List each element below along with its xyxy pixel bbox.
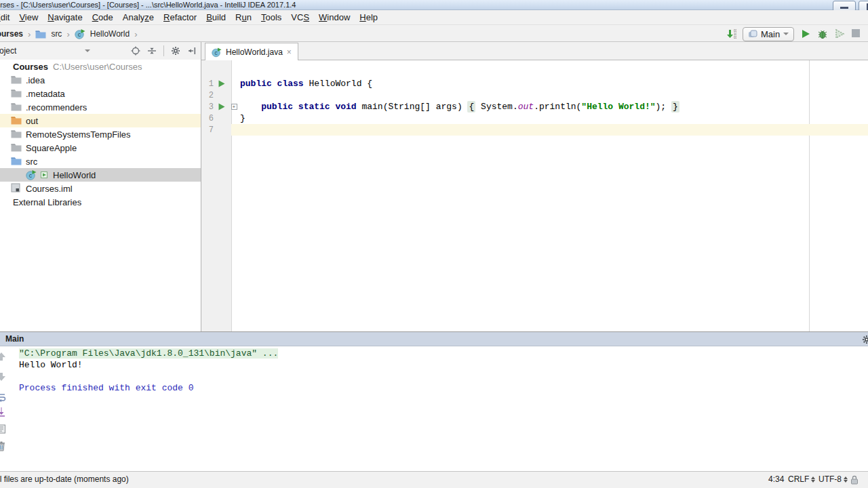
run-console: "C:\Program Files\Java\jdk1.8.0_131\bin\… [0, 346, 868, 471]
code-line-1[interactable]: 1public class HelloWorld { [201, 78, 868, 89]
tree-item-label: Courses.iml [26, 184, 73, 194]
title-bar: Courses - [C:\Users\user\Courses] - [Cou… [0, 0, 868, 10]
run-tool-window-header[interactable]: Main [0, 331, 868, 346]
menu-code[interactable]: Code [87, 10, 118, 25]
folder-gray-icon [11, 75, 22, 85]
caret-position-widget[interactable]: 4:34 [768, 472, 784, 487]
svg-text:c: c [214, 49, 217, 56]
run-gutter-icon[interactable] [214, 80, 229, 87]
console-output[interactable]: "C:\Program Files\Java\jdk1.8.0_131\bin\… [19, 348, 868, 394]
tree-item-out[interactable]: out [0, 114, 201, 127]
menu-help[interactable]: Help [355, 10, 382, 25]
clear-console-icon[interactable] [0, 441, 7, 451]
tree-item-label: SquareApple [26, 143, 77, 153]
gear-icon[interactable] [862, 335, 868, 344]
folder-gray-icon [11, 142, 22, 153]
project-header-title[interactable]: Project [0, 42, 16, 60]
folder-blue-icon [35, 28, 46, 39]
menu-analyze[interactable]: Analyze [118, 10, 159, 25]
chevron-down-icon[interactable] [85, 49, 90, 52]
menu-refactor[interactable]: Refactor [159, 10, 201, 25]
menu-build[interactable]: Build [201, 10, 231, 25]
coverage-button[interactable] [834, 28, 845, 39]
code-text[interactable]: } [240, 113, 868, 124]
project-header: Project [0, 42, 201, 60]
tree-item-remotesystemstempfiles[interactable]: RemoteSystemsTempFiles [0, 127, 201, 141]
menu-tools[interactable]: Tools [256, 10, 286, 25]
lock-icon[interactable] [850, 475, 859, 485]
breadcrumb-item-courses[interactable]: Courses [0, 29, 23, 39]
gear-icon[interactable] [171, 46, 180, 56]
code-editor[interactable]: 1public class HelloWorld {23+ public sta… [201, 60, 868, 331]
tab-helloworld-java[interactable]: c HelloWorld.java × [205, 43, 298, 60]
line-number: 2 [201, 91, 214, 100]
tree-root-courses[interactable]: CoursesC:\Users\user\Courses [0, 60, 201, 73]
code-text[interactable]: public static void main(String[] args) {… [240, 101, 868, 113]
tree-item--idea[interactable]: .idea [0, 73, 201, 87]
status-bar: All files are up-to-date (moments ago) 4… [0, 471, 868, 488]
locate-file-icon[interactable] [131, 46, 140, 56]
code-text[interactable] [240, 124, 868, 136]
chevron-down-icon [783, 33, 789, 35]
menu-edit[interactable]: Edit [0, 10, 14, 25]
tree-item-external-libraries[interactable]: External Libraries [0, 195, 201, 209]
code-line-3[interactable]: 3+ public static void main(String[] args… [201, 101, 868, 113]
code-line-7[interactable]: 7 [201, 124, 868, 136]
menu-window[interactable]: Window [314, 10, 355, 25]
tree-root-label: Courses [13, 62, 48, 72]
menu-navigate[interactable]: Navigate [43, 10, 87, 25]
fold-icon[interactable]: + [229, 104, 239, 110]
class-icon: c [75, 28, 85, 39]
line-separator-widget[interactable]: CRLF [788, 472, 815, 487]
encoding-widget[interactable]: UTF-8 [818, 472, 848, 487]
tree-item--metadata[interactable]: .metadata [0, 87, 201, 100]
soft-wrap-icon[interactable] [0, 392, 7, 403]
code-line-2[interactable]: 2 [201, 89, 868, 101]
chevron-right-icon: › [66, 29, 69, 39]
menu-view[interactable]: View [14, 10, 43, 25]
down-stack-icon[interactable] [0, 371, 7, 382]
code-text[interactable] [240, 89, 868, 101]
fold-plus-icon[interactable]: + [231, 104, 237, 110]
tree-item-helloworld[interactable]: cHelloWorld [0, 168, 201, 182]
window-title: Courses - [C:\Users\user\Courses] - [Cou… [0, 0, 296, 9]
tree-root-path: C:\Users\user\Courses [53, 62, 142, 72]
tree-item--recommenders[interactable]: .recommenders [0, 100, 201, 114]
project-tool-window: Project CoursesC:\Users\user\Courses.ide… [0, 42, 201, 331]
svg-text:c: c [77, 31, 81, 38]
tree-item-courses-iml[interactable]: Courses.iml [0, 182, 201, 195]
run-toolbar: 011001 Main [726, 26, 868, 42]
code-text[interactable]: public class HelloWorld { [240, 78, 868, 89]
run-gutter-icon[interactable] [214, 103, 229, 110]
tree-item-src[interactable]: src [0, 155, 201, 168]
folder-blue-icon [11, 156, 22, 167]
close-icon[interactable]: × [287, 48, 292, 56]
breadcrumb-item-helloworld[interactable]: HelloWorld [90, 29, 130, 39]
editor-area: c HelloWorld.java × 1public class HelloW… [201, 42, 868, 331]
console-line: Process finished with exit code 0 [19, 382, 868, 394]
tree-item-label: out [26, 116, 38, 126]
gutter-cell: 7 [201, 124, 240, 136]
up-stack-icon[interactable] [0, 351, 7, 362]
run-button[interactable] [800, 28, 811, 39]
menu-run[interactable]: Run [231, 10, 256, 25]
line-number: 7 [201, 125, 214, 135]
run-configuration-select[interactable]: Main [743, 27, 794, 41]
gutter-cell: 3+ [201, 101, 240, 113]
hide-panel-icon[interactable] [187, 46, 197, 56]
scroll-end-icon[interactable] [0, 407, 7, 418]
debug-button[interactable] [817, 28, 828, 39]
collapse-all-icon[interactable] [147, 46, 157, 56]
tree-item-squareapple[interactable]: SquareApple [0, 141, 201, 155]
tab-label: HelloWorld.java [226, 47, 283, 57]
chevron-right-icon: › [28, 29, 31, 39]
run-tab-title[interactable]: Main [5, 332, 24, 346]
breadcrumb-item-src[interactable]: src [51, 29, 62, 39]
print-icon[interactable] [0, 424, 7, 434]
menu-vcs[interactable]: VCS [286, 10, 314, 25]
console-line: Hello World! [19, 359, 868, 371]
line-number: 1 [201, 79, 214, 89]
update-icon[interactable]: 011001 [726, 28, 736, 39]
code-line-6[interactable]: 6} [201, 113, 868, 124]
updown-icon [844, 476, 848, 483]
